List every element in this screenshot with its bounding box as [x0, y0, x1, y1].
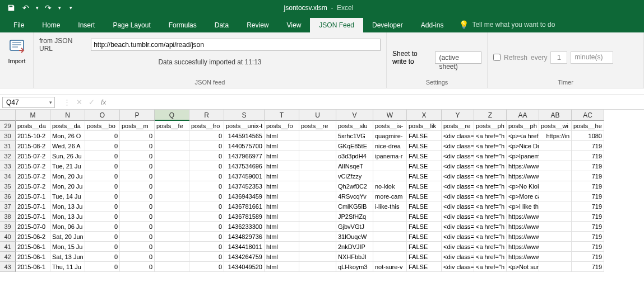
data-cell[interactable]: <div class= [442, 171, 474, 181]
column-header[interactable]: X [407, 110, 442, 121]
data-cell[interactable]: not-sure-v [373, 262, 407, 272]
data-cell[interactable] [155, 201, 189, 212]
data-cell[interactable]: FALSE [407, 222, 442, 232]
data-cell[interactable]: <a href="h [474, 262, 507, 272]
json-url-input[interactable] [91, 39, 381, 51]
data-cell[interactable]: no-kiok [373, 181, 407, 191]
data-cell[interactable]: more-cam [373, 191, 407, 201]
data-cell[interactable]: <a href="h [474, 212, 507, 222]
data-cell[interactable]: 719 [572, 252, 604, 262]
row-header[interactable]: 41 [0, 242, 16, 252]
data-cell[interactable]: 0 [85, 191, 120, 201]
data-cell[interactable]: 719 [572, 181, 604, 191]
chevron-down-icon[interactable]: ▾ [49, 100, 52, 105]
data-cell[interactable]: JP2SfHZq [336, 212, 373, 222]
data-cell[interactable]: 0 [189, 151, 224, 161]
fx-icon[interactable]: fx [101, 98, 109, 106]
data-cell[interactable]: <a href="h [474, 161, 507, 171]
refresh-checkbox[interactable] [493, 54, 501, 61]
data-cell[interactable]: <div class= [442, 232, 474, 242]
data-cell[interactable]: Sat, 20 Jun [50, 232, 85, 242]
data-cell[interactable]: FALSE [407, 181, 442, 191]
enter-icon[interactable]: ✓ [86, 98, 96, 106]
data-cell[interactable]: 2015-07-2 [16, 161, 50, 171]
data-cell[interactable]: <div class= [442, 191, 474, 201]
data-cell[interactable] [299, 171, 336, 181]
data-cell[interactable]: Mon, 20 Ju [50, 171, 85, 181]
tab-home[interactable]: Home [33, 18, 69, 32]
data-cell[interactable]: FALSE [407, 262, 442, 272]
data-cell[interactable]: html [265, 141, 299, 151]
data-cell[interactable] [539, 201, 572, 212]
data-cell[interactable] [299, 201, 336, 212]
data-cell[interactable]: <div class= [442, 131, 474, 141]
data-cell[interactable]: FALSE [407, 232, 442, 242]
data-cell[interactable]: 719 [572, 242, 604, 252]
data-cell[interactable]: <a href="h [474, 201, 507, 212]
data-cell[interactable]: html [265, 181, 299, 191]
data-cell[interactable] [299, 151, 336, 161]
data-cell[interactable]: 0 [120, 201, 155, 212]
data-cell[interactable] [299, 161, 336, 171]
data-cell[interactable] [155, 141, 189, 151]
data-cell[interactable]: 0 [189, 242, 224, 252]
data-cell[interactable]: 0 [85, 181, 120, 191]
data-cell[interactable] [299, 252, 336, 262]
data-cell[interactable]: <p>Nice Dream</p> [507, 141, 539, 151]
row-header[interactable]: 43 [0, 262, 16, 272]
redo-dropdown-icon[interactable]: ▾ [56, 2, 63, 14]
data-cell[interactable]: <div class= [442, 242, 474, 252]
select-all-corner[interactable] [0, 110, 16, 121]
data-cell[interactable]: 1437459001 [224, 171, 265, 181]
header-cell[interactable]: posts__fo [265, 121, 299, 131]
data-cell[interactable]: 0 [120, 252, 155, 262]
data-cell[interactable]: Tue, 21 Ju [50, 161, 85, 171]
data-cell[interactable] [539, 212, 572, 222]
data-cell[interactable]: <a href="h [474, 171, 507, 181]
data-cell[interactable]: <a href="h [474, 181, 507, 191]
data-cell[interactable]: <div class= [442, 252, 474, 262]
column-header[interactable]: Q [155, 110, 189, 121]
data-cell[interactable]: o3d3pdH4 [336, 151, 373, 161]
data-cell[interactable]: FALSE [407, 141, 442, 151]
data-cell[interactable]: <div class= [442, 212, 474, 222]
data-cell[interactable]: 0 [85, 201, 120, 212]
column-header[interactable]: T [265, 110, 299, 121]
data-cell[interactable]: https://www.tumblr. [507, 212, 539, 222]
column-header[interactable]: O [85, 110, 120, 121]
data-cell[interactable] [299, 191, 336, 201]
data-cell[interactable] [539, 191, 572, 201]
data-cell[interactable]: 2nkDVJIP [336, 242, 373, 252]
data-cell[interactable]: 719 [572, 212, 604, 222]
data-cell[interactable]: 0 [85, 252, 120, 262]
data-cell[interactable]: <p>Not sure what&r [507, 262, 539, 272]
tab-developer[interactable]: Developer [363, 18, 412, 32]
data-cell[interactable]: Mon, 13 Ju [50, 201, 85, 212]
redo-icon[interactable]: ↷ [41, 2, 55, 14]
undo-dropdown-icon[interactable]: ▾ [34, 2, 40, 14]
data-cell[interactable]: <div class= [442, 141, 474, 151]
data-cell[interactable]: FALSE [407, 242, 442, 252]
data-cell[interactable] [155, 262, 189, 272]
data-cell[interactable]: https://www.tumblr. [507, 171, 539, 181]
data-cell[interactable]: 2015-06-1 [16, 252, 50, 262]
formula-input[interactable] [109, 97, 644, 108]
data-cell[interactable] [155, 161, 189, 171]
row-header[interactable]: 36 [0, 191, 16, 201]
header-cell[interactable]: posts__da [50, 121, 85, 131]
column-header[interactable]: AA [507, 110, 539, 121]
data-cell[interactable] [373, 242, 407, 252]
header-cell[interactable]: posts__ph [474, 121, 507, 131]
data-cell[interactable]: FALSE [407, 201, 442, 212]
data-cell[interactable]: html [265, 131, 299, 141]
data-cell[interactable]: 1437534696 [224, 161, 265, 171]
header-cell[interactable]: posts__ph [507, 121, 539, 131]
data-cell[interactable]: https://in [539, 131, 572, 141]
data-cell[interactable]: 719 [572, 262, 604, 272]
data-cell[interactable]: 0 [189, 191, 224, 201]
row-header[interactable]: 35 [0, 181, 16, 191]
data-cell[interactable]: 0 [189, 252, 224, 262]
data-cell[interactable] [155, 171, 189, 181]
tab-view[interactable]: View [278, 18, 311, 32]
data-cell[interactable]: Thu, 11 Ju [50, 262, 85, 272]
